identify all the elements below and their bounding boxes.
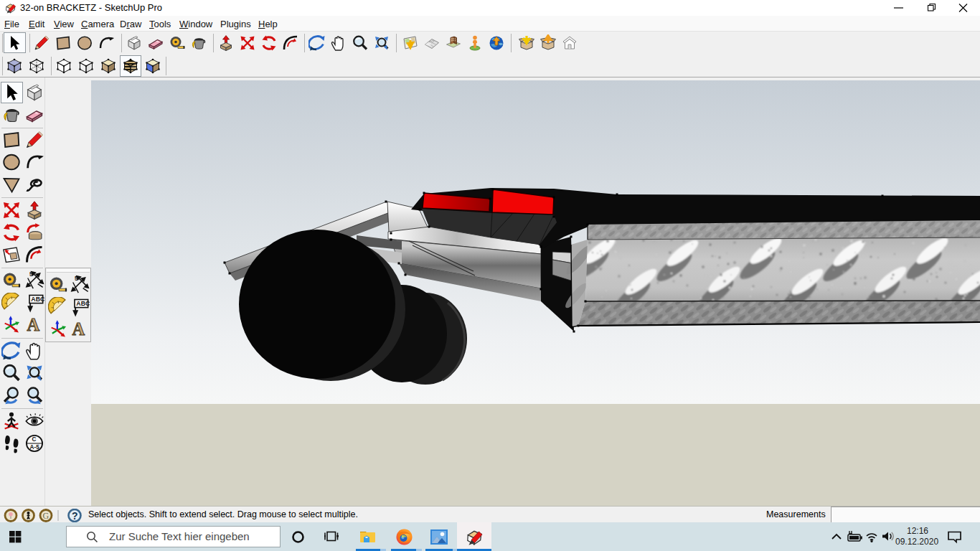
- svg-text:G: G: [43, 511, 50, 521]
- svg-text:?: ?: [72, 510, 78, 522]
